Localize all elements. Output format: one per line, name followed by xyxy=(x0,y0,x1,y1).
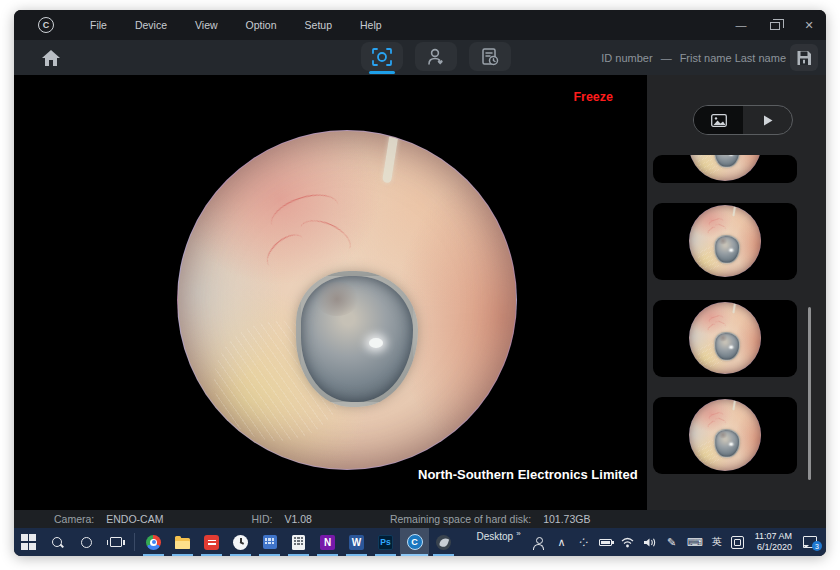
battery-tray[interactable] xyxy=(595,528,617,556)
hid-value: V1.08 xyxy=(284,513,311,525)
file-explorer-app[interactable] xyxy=(168,528,197,556)
chrome-app[interactable] xyxy=(139,528,168,556)
calculator-app[interactable] xyxy=(284,528,313,556)
close-button[interactable]: ✕ xyxy=(792,10,826,40)
endo-cam-icon: C xyxy=(407,534,423,550)
thumbnail-image xyxy=(689,302,797,377)
capillary-detail xyxy=(707,323,718,333)
search-icon xyxy=(52,537,63,548)
patient-info-button[interactable] xyxy=(415,42,457,71)
red-media-app[interactable] xyxy=(197,528,226,556)
overflow-chevron[interactable]: » xyxy=(516,529,520,538)
menu-view[interactable]: View xyxy=(181,10,232,40)
picture-icon xyxy=(711,114,727,127)
keyboard-icon: ⌨ xyxy=(687,536,703,549)
home-button[interactable] xyxy=(36,45,66,71)
records-button[interactable] xyxy=(469,42,511,71)
disk-space-label: Remaining space of hard disk: xyxy=(390,513,531,525)
network-tray[interactable] xyxy=(617,528,639,556)
toolbar: ID number — Frist name Last name xyxy=(14,40,826,75)
onenote-app[interactable]: N xyxy=(313,528,342,556)
touch-keyboard-tray[interactable]: ⌨ xyxy=(683,528,707,556)
taskbar-separator xyxy=(134,533,135,551)
menu-device[interactable]: Device xyxy=(121,10,181,40)
play-icon xyxy=(762,114,774,127)
red-app-icon xyxy=(204,535,219,550)
light-reflection xyxy=(730,249,733,251)
thumbnail-2[interactable] xyxy=(653,203,797,280)
eardrum-fold xyxy=(718,237,727,244)
photoshop-app[interactable]: Ps xyxy=(371,528,400,556)
task-view-button[interactable] xyxy=(101,528,130,556)
window-controls: — ✕ xyxy=(724,10,826,40)
save-icon xyxy=(795,49,813,67)
records-icon xyxy=(480,47,500,67)
feather-app[interactable] xyxy=(429,528,458,556)
thumbnail-1-partial[interactable] xyxy=(653,155,797,183)
endoscope-ear-image xyxy=(689,399,761,471)
dropbox-tray[interactable]: ∷ xyxy=(573,528,595,556)
folder-icon xyxy=(175,538,190,549)
speaker-icon xyxy=(643,537,656,548)
photoshop-icon: Ps xyxy=(378,535,393,550)
desktop-toolbar[interactable]: Desktop » xyxy=(467,528,527,556)
clock-date: 6/1/2020 xyxy=(757,542,792,553)
images-tab[interactable] xyxy=(694,106,743,134)
patient-strip: ID number — Frist name Last name xyxy=(601,40,786,75)
menu-help[interactable]: Help xyxy=(346,10,396,40)
eardrum xyxy=(714,429,740,458)
status-bar: Camera: ENDO-CAM HID: V1.08 Remaining sp… xyxy=(14,510,826,528)
eardrum xyxy=(296,271,418,407)
windows-taskbar: N W Ps C Desktop » ∧ ∷ xyxy=(14,528,826,556)
clock-app[interactable] xyxy=(226,528,255,556)
action-center-button[interactable]: 3 xyxy=(800,528,826,556)
minimize-button[interactable]: — xyxy=(724,10,758,40)
pen-tray[interactable]: ✎ xyxy=(661,528,683,556)
light-reflection xyxy=(369,338,383,348)
ime-language-tray[interactable]: 英 xyxy=(707,528,727,556)
word-app[interactable]: W xyxy=(342,528,371,556)
menu-bar: C File Device View Option Setup Help — ✕ xyxy=(14,10,826,40)
gallery-scrollbar[interactable] xyxy=(808,307,811,480)
menu-setup[interactable]: Setup xyxy=(291,10,346,40)
endo-cam-app[interactable]: C xyxy=(400,528,429,556)
instrument-tip xyxy=(732,302,736,313)
light-reflection xyxy=(730,346,733,348)
taskbar-clock[interactable]: 11:07 AM 6/1/2020 xyxy=(749,528,800,556)
feather-icon xyxy=(436,535,451,550)
chrome-icon xyxy=(146,535,161,550)
ime-mode-tray[interactable] xyxy=(727,528,749,556)
menu-option[interactable]: Option xyxy=(232,10,291,40)
live-image-viewer: Freeze North-Southern Electronics Limite… xyxy=(14,75,647,510)
thumbnail-image xyxy=(689,155,797,183)
save-button[interactable] xyxy=(790,44,818,71)
patient-name-label: Frist name Last name xyxy=(680,52,786,64)
camera-value: ENDO-CAM xyxy=(106,513,163,525)
eardrum xyxy=(714,332,740,361)
endoscope-ear-image xyxy=(689,302,761,374)
start-button[interactable] xyxy=(14,528,43,556)
onenote-icon: N xyxy=(320,535,335,550)
cortana-button[interactable] xyxy=(72,528,101,556)
vendor-watermark: North-Southern Electronics Limited xyxy=(418,467,638,482)
capillary-detail xyxy=(707,226,718,236)
people-button[interactable] xyxy=(527,528,551,556)
videos-tab[interactable] xyxy=(743,106,792,134)
calendar-app[interactable] xyxy=(255,528,284,556)
volume-tray[interactable] xyxy=(639,528,661,556)
thumbnail-3[interactable] xyxy=(653,300,797,377)
capture-button[interactable] xyxy=(361,42,403,71)
hidden-icons-button[interactable]: ∧ xyxy=(551,528,573,556)
endoscope-ear-image xyxy=(177,130,517,470)
restore-button[interactable] xyxy=(758,10,792,40)
menu-file[interactable]: File xyxy=(76,10,121,40)
thumbnail-4[interactable] xyxy=(653,397,797,474)
search-button[interactable] xyxy=(43,528,72,556)
hid-label: HID: xyxy=(251,513,272,525)
eardrum-fold xyxy=(315,282,359,316)
chevron-up-icon: ∧ xyxy=(558,536,566,549)
patient-separator: — xyxy=(661,52,672,64)
desktop-label: Desktop xyxy=(477,531,514,542)
dropbox-icon: ∷ xyxy=(577,535,591,549)
windows-logo-icon xyxy=(21,534,37,550)
